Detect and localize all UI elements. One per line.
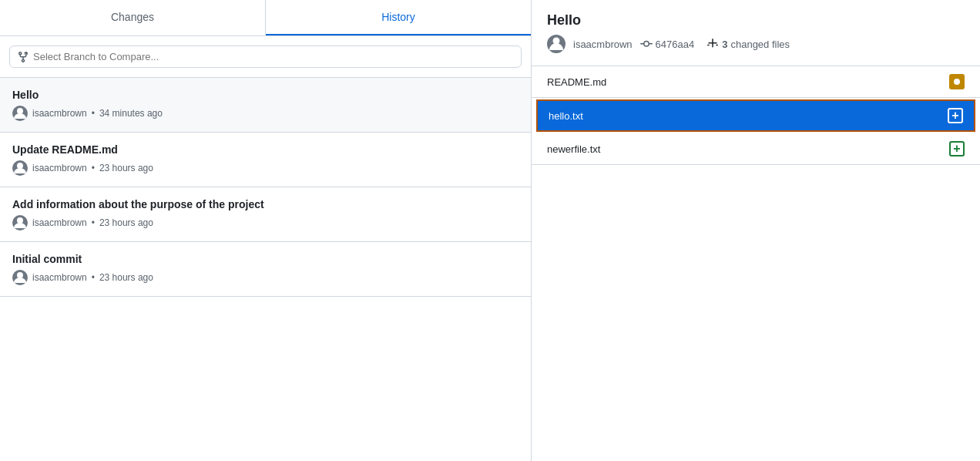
- commit-author: isaacmbrown: [32, 163, 87, 173]
- commit-meta: isaacmbrown • 34 minutes ago: [12, 106, 519, 121]
- commit-meta: isaacmbrown • 23 hours ago: [12, 160, 519, 176]
- commit-detail-title: Hello: [547, 12, 965, 29]
- avatar: [12, 106, 28, 121]
- file-name: hello.txt: [549, 110, 583, 122]
- commit-time-sep: •: [92, 217, 95, 228]
- left-panel: Changes History Hello isaacmbrown • 34 m…: [0, 0, 532, 461]
- list-item[interactable]: README.md: [532, 66, 980, 98]
- commit-title: Update README.md: [12, 143, 519, 156]
- svg-point-1: [17, 163, 23, 169]
- commit-time: 34 minutes ago: [99, 108, 163, 119]
- file-name: README.md: [547, 76, 606, 88]
- changed-files-icon: [706, 38, 719, 50]
- avatar: [12, 270, 28, 285]
- tab-history[interactable]: History: [266, 0, 531, 35]
- svg-point-3: [17, 272, 23, 278]
- commit-hash-separator: 6476aa4: [640, 38, 695, 50]
- branch-compare-input[interactable]: [9, 45, 522, 68]
- commit-list: Hello isaacmbrown • 34 minutes ago Updat…: [0, 78, 531, 461]
- commit-header: Hello isaacmbrown 6476aa4 3 changed file…: [532, 0, 980, 66]
- commit-detail-author: isaacmbrown: [573, 39, 633, 50]
- commit-title: Initial commit: [12, 253, 519, 265]
- commit-title: Add information about the purpose of the…: [12, 198, 519, 210]
- list-item[interactable]: Add information about the purpose of the…: [0, 187, 531, 242]
- svg-point-0: [17, 108, 23, 114]
- commit-author: isaacmbrown: [32, 108, 87, 119]
- commit-meta: isaacmbrown • 23 hours ago: [12, 215, 519, 230]
- list-item[interactable]: Initial commit isaacmbrown • 23 hours ag…: [0, 242, 531, 297]
- commit-meta: isaacmbrown • 23 hours ago: [12, 270, 519, 285]
- list-item[interactable]: Update README.md isaacmbrown • 23 hours …: [0, 133, 531, 187]
- file-status-added-selected-icon: +: [948, 108, 963, 123]
- avatar-large: [547, 35, 566, 53]
- commit-time-sep: •: [92, 272, 95, 283]
- branch-compare-section: [0, 36, 531, 78]
- file-status-added-icon: +: [949, 141, 965, 156]
- file-list: README.md hello.txt + newerfile.txt +: [532, 66, 980, 461]
- commit-hash: 6476aa4: [656, 39, 695, 50]
- tab-changes[interactable]: Changes: [0, 0, 266, 35]
- commit-header-meta: isaacmbrown 6476aa4 3 changed files: [547, 35, 965, 53]
- changed-files-label: changed files: [730, 39, 790, 50]
- tabs-bar: Changes History: [0, 0, 531, 36]
- commit-author: isaacmbrown: [32, 217, 87, 228]
- branch-compare-input-wrap: [9, 45, 522, 68]
- avatar: [12, 215, 28, 230]
- file-name: newerfile.txt: [547, 143, 600, 155]
- commit-time-sep: •: [92, 108, 95, 119]
- list-item[interactable]: newerfile.txt +: [532, 133, 980, 165]
- commit-time-sep: •: [92, 163, 95, 173]
- right-panel: Hello isaacmbrown 6476aa4 3 changed file…: [532, 0, 980, 461]
- commit-title: Hello: [12, 89, 519, 101]
- selected-file-wrapper: hello.txt +: [536, 99, 975, 132]
- commit-time: 23 hours ago: [99, 163, 153, 173]
- svg-point-2: [17, 217, 23, 224]
- file-status-modified-icon: [949, 74, 965, 89]
- commit-hash-icon: [640, 38, 653, 50]
- avatar: [12, 160, 28, 176]
- changed-files-count: 3: [722, 39, 727, 50]
- changed-files-info: 3 changed files: [706, 38, 790, 50]
- commit-time: 23 hours ago: [99, 272, 153, 283]
- branch-icon: [17, 51, 29, 63]
- commit-author: isaacmbrown: [32, 272, 87, 283]
- list-item[interactable]: hello.txt +: [538, 101, 974, 130]
- commit-time: 23 hours ago: [99, 217, 153, 228]
- dot-circle: [954, 79, 960, 85]
- list-item[interactable]: Hello isaacmbrown • 34 minutes ago: [0, 78, 531, 133]
